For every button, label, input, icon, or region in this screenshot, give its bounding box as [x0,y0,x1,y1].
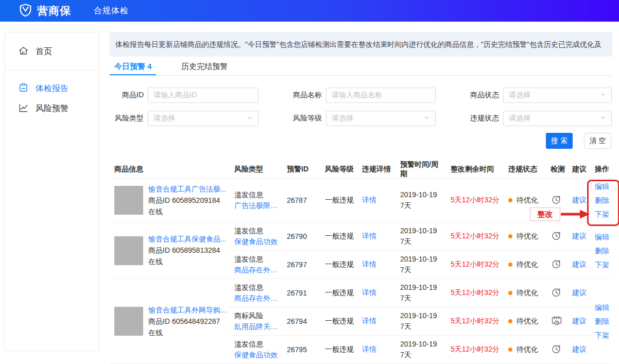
risk-subtype-link[interactable]: 乱用品牌关键词 [234,321,281,332]
violation-detail-cell: 详情 [356,345,394,354]
remaining-time-cell: 5天12小时32分 [444,345,502,354]
product-id: 商品ID 605895813284 [148,245,227,256]
warning-cycle: 7天 [400,293,444,304]
remaining-time: 5天12小时32分 [451,288,500,297]
filter-input[interactable]: 请输入商品名称 [326,88,436,103]
history-clock-icon[interactable] [551,287,562,298]
edit-link[interactable]: 编辑 [595,181,613,192]
tab-history-warning[interactable]: 历史完结预警 [177,60,232,74]
takedown-link[interactable]: 下架 [595,209,613,220]
table-row: 滥发信息商品存在外网...26797一般违规详情2019-10-197天5天12… [228,250,592,279]
sidebar-item-report[interactable]: 体检报告 [5,79,99,99]
status: 待优化 [508,345,544,354]
status-text: 待优化 [517,288,538,298]
detail-link[interactable]: 详情 [362,345,376,353]
detect-cell [544,194,568,207]
detail-link[interactable]: 详情 [362,232,376,240]
warning-id: 26794 [281,317,319,325]
filter-input[interactable]: 请输入商品ID [148,88,259,103]
risk-subtype-link[interactable]: 商品存在外网... [234,293,281,304]
filter-label: 违规状态 [462,114,499,123]
sidebar-item-risk-warning[interactable]: 风险预警 [5,99,99,119]
filter-select[interactable]: 请选择 [148,111,259,126]
risk-subtype-link[interactable]: 商品存在外网... [234,265,281,275]
warning-id: 26790 [281,232,319,240]
edit-link[interactable]: 编辑 [595,231,613,242]
tab-label: 历史完结预警 [181,62,228,71]
product-status: 在线 [148,206,227,217]
takedown-link[interactable]: 下架 [595,330,613,341]
product-image [114,236,143,265]
tab-count-badge: 4 [147,62,151,71]
suggest-link[interactable]: 建议 [572,288,587,297]
tab-today-warning[interactable]: 今日预警4 [110,60,156,75]
filter-field: 风险等级请选择 [285,111,436,126]
risk-level: 一般违规 [319,345,356,354]
violation-detail-cell: 详情 [356,317,394,326]
detail-link[interactable]: 详情 [362,317,376,325]
status: 待优化 [508,288,544,298]
table-row: 滥发信息商品存在外网...26791一般违规详情2019-10-197天5天12… [228,279,592,307]
detail-link[interactable]: 详情 [362,260,376,268]
remaining-time: 5天12小时32分 [451,317,500,325]
sidebar-item-home[interactable]: 首页 [5,42,99,62]
report-icon [18,82,29,95]
status-dot [508,234,512,238]
history-clock-icon[interactable] [551,258,562,270]
table-header-cell: 风险类型 [228,165,281,174]
suggest-link[interactable]: 建议 [572,232,587,240]
violation-detail-cell: 详情 [356,288,394,298]
filter-select[interactable]: 请选择 [326,111,436,126]
product-name-link[interactable]: 愉音合规工具保健食品... [148,234,227,245]
delete-link[interactable]: 删除 [595,245,613,256]
filter-field: 商品ID请输入商品ID [110,88,259,103]
detect-cell [544,315,568,328]
product-text: 愉音合规工具保健食品...商品ID 605895813284在线 [148,234,227,267]
suggest-link[interactable]: 建议 [572,345,587,353]
history-clock-icon[interactable] [551,194,562,205]
operations-cell: 编辑删除下架 [592,279,613,363]
product-name-link[interactable]: 愉音合规工具广告法极... [148,184,227,195]
detail-link[interactable]: 详情 [362,288,376,297]
product-id: 商品ID 605895209184 [148,195,227,206]
detect-cell [544,343,568,356]
brand: 营商保 [19,3,71,19]
remaining-time: 5天12小时32分 [451,196,500,204]
filter-select[interactable]: 请选择 [503,88,612,103]
delete-link[interactable]: 删除 [595,195,613,206]
product-status: 在线 [148,327,227,338]
placeholder-text: 请选择 [509,114,530,123]
warning-id: 26797 [281,261,319,269]
table-header-cell: 操作 [592,165,613,174]
status: 待优化 [508,317,544,326]
warning-time-cell: 2019-10-197天 [394,189,444,211]
brand-name: 营商保 [37,4,71,18]
calendar-clock-icon[interactable] [551,315,563,326]
risk-type: 滥发信息 [234,226,281,236]
history-clock-icon[interactable] [551,343,562,355]
product-name-link[interactable]: 愉音合规工具外网导购... [148,305,227,316]
delete-link[interactable]: 删除 [595,316,613,327]
product-text: 愉音合规工具外网导购...商品ID 605648492287在线 [148,305,227,338]
takedown-link[interactable]: 下架 [595,259,613,270]
suggest-link[interactable]: 建议 [572,317,587,325]
risk-subtype-link[interactable]: 广告法极限词... [234,200,281,211]
edit-link[interactable]: 编辑 [595,302,613,313]
risk-level: 一般违规 [319,196,356,205]
search-button[interactable]: 搜 索 [546,133,573,149]
status: 待优化 [508,232,544,241]
filter-select[interactable]: 请选择 [503,111,612,126]
remaining-time: 5天12小时32分 [451,260,500,268]
table-header-cell: 违规状态 [502,165,544,174]
history-clock-icon[interactable] [551,230,562,241]
clear-button[interactable]: 清 空 [584,133,611,149]
risk-subtype-link[interactable]: 保健食品功效 [234,236,281,247]
table-row: 商标风险乱用品牌关键词26794一般违规详情2019-10-197天5天12小时… [228,307,592,335]
risk-subtype-link[interactable]: 保健食品功效 [234,350,281,360]
suggest-link[interactable]: 建议 [572,196,587,204]
status-text: 待优化 [517,196,538,205]
suggest-link[interactable]: 建议 [572,260,587,268]
subrow-stack: 滥发信息商品存在外网...26791一般违规详情2019-10-197天5天12… [228,279,592,363]
detail-link[interactable]: 详情 [362,196,376,204]
risk-type-cell: 滥发信息广告法极限词... [228,189,281,211]
